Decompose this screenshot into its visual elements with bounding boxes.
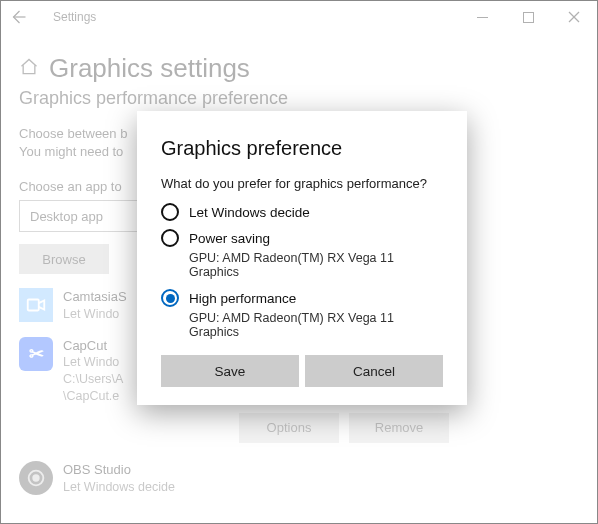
radio-label: Let Windows decide (189, 205, 310, 220)
graphics-preference-dialog: Graphics preference What do you prefer f… (137, 111, 467, 405)
radio-power-saving[interactable]: Power saving (161, 229, 443, 247)
cancel-button[interactable]: Cancel (305, 355, 443, 387)
radio-let-windows-decide[interactable]: Let Windows decide (161, 203, 443, 221)
radio-high-performance[interactable]: High performance (161, 289, 443, 307)
radio-label: Power saving (189, 231, 270, 246)
gpu-label-power-saving: GPU: AMD Radeon(TM) RX Vega 11 Graphics (189, 251, 443, 279)
radio-icon-selected (161, 289, 179, 307)
radio-icon (161, 229, 179, 247)
dialog-title: Graphics preference (161, 137, 443, 160)
save-button[interactable]: Save (161, 355, 299, 387)
dialog-question: What do you prefer for graphics performa… (161, 176, 443, 191)
gpu-label-high-performance: GPU: AMD Radeon(TM) RX Vega 11 Graphics (189, 311, 443, 339)
radio-label: High performance (189, 291, 296, 306)
radio-icon (161, 203, 179, 221)
